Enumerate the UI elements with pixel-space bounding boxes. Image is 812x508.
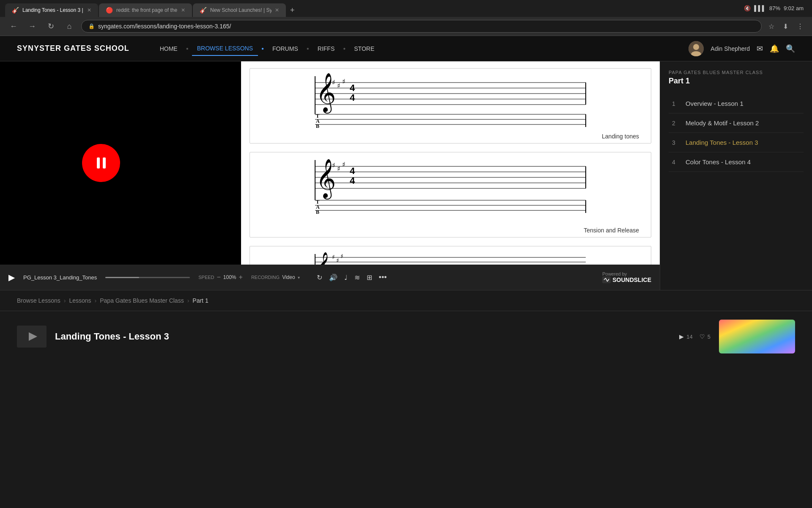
like-icon: ♡ <box>700 333 705 340</box>
browser-menu-button[interactable]: ⋮ <box>795 21 805 32</box>
site-header: SYNYSTER GATES SCHOOL HOME ● BROWSE LESS… <box>0 36 812 61</box>
powered-by-text: Powered by <box>602 271 651 276</box>
tab-favicon-3: 🎸 <box>200 7 207 14</box>
like-button[interactable]: ♡ 5 <box>700 333 710 340</box>
mail-icon[interactable]: ✉ <box>757 44 763 53</box>
lesson-list: 1 Overview - Lesson 1 2 Melody & Motif -… <box>669 94 804 172</box>
main-content: 𝄞 ♯ ♯ ♯ 4 4 <box>0 61 812 290</box>
site-logo: SYNYSTER GATES SCHOOL <box>17 44 129 53</box>
tab-favicon-2: 🔴 <box>106 7 113 14</box>
home-icon: ⌂ <box>67 22 72 31</box>
progress-fill <box>105 277 139 278</box>
lesson-num-3: 3 <box>672 139 680 146</box>
lesson-item-4[interactable]: 4 Color Tones - Lesson 4 <box>669 152 804 172</box>
loop-icon[interactable]: ↻ <box>317 273 322 282</box>
tab-close-1[interactable]: ✕ <box>87 7 91 13</box>
soundslice-player: ▶ PG_Lesson 3_Landing_Tones SPEED − 100%… <box>0 265 660 290</box>
home-button[interactable]: ⌂ <box>63 19 76 33</box>
soundslice-logo-icon <box>602 276 611 283</box>
play-pause-overlay[interactable] <box>82 144 120 182</box>
soundslice-play-button[interactable]: ▶ <box>8 272 15 282</box>
address-bar-row: ← → ↻ ⌂ 🔒 syngates.com/lessons/landing-t… <box>0 17 812 36</box>
user-avatar <box>689 41 704 56</box>
recording-control: RECORDING Video ▾ <box>251 274 300 280</box>
svg-text:4: 4 <box>350 166 355 176</box>
address-bar[interactable]: 🔒 syngates.com/lessons/landing-tones-les… <box>81 20 762 33</box>
wifi-icon: ▌▌▌ <box>754 5 766 11</box>
more-options-button[interactable]: ••• <box>379 273 387 282</box>
recording-dropdown-icon[interactable]: ▾ <box>298 275 300 280</box>
play-count-button[interactable]: ▶ 14 <box>679 333 692 340</box>
sheet-section-3: 𝄞 ♯ ♯ ♯ <box>250 246 651 265</box>
soundslice-brand: Powered by SOUNDSLICE <box>602 271 651 283</box>
back-button[interactable]: ← <box>7 19 20 33</box>
staff-notation-1: 𝄞 ♯ ♯ ♯ 4 4 <box>253 72 647 140</box>
recording-value: Video <box>282 274 295 280</box>
recording-label: RECORDING <box>251 275 280 280</box>
download-button[interactable]: ⬇ <box>781 21 790 32</box>
metronome-icon[interactable]: ♩ <box>344 273 348 282</box>
breadcrumb-sep-1: › <box>64 297 66 304</box>
breadcrumb: Browse Lessons › Lessons › Papa Gates Bl… <box>0 290 812 311</box>
tab-new-school[interactable]: 🎸 New School Launches! | Syn... ✕ <box>193 3 286 17</box>
svg-text:♯: ♯ <box>340 253 343 260</box>
sidebar-course-label: PAPA GATES BLUES MASTER CLASS <box>669 70 804 75</box>
sheet-music-content: 𝄞 ♯ ♯ ♯ 4 4 <box>241 61 660 265</box>
breadcrumb-course[interactable]: Papa Gates Blues Master Class <box>100 297 184 304</box>
nav-forums[interactable]: FORUMS <box>267 42 303 55</box>
sidebar: PAPA GATES BLUES MASTER CLASS Part 1 1 O… <box>660 61 812 290</box>
grid-icon[interactable]: ⊞ <box>367 273 372 282</box>
play-count: 14 <box>686 334 692 340</box>
tab-close-3[interactable]: ✕ <box>275 7 279 13</box>
tab-close-2[interactable]: ✕ <box>181 7 185 13</box>
forward-button[interactable]: → <box>25 19 39 33</box>
tab-label-3: New School Launches! | Syn... <box>210 7 272 13</box>
breadcrumb-sep-3: › <box>187 297 189 304</box>
lesson-footer-title: Landing Tones - Lesson 3 <box>55 331 671 342</box>
play-count-icon: ▶ <box>679 333 684 340</box>
tab-landing-tones[interactable]: 🎸 Landing Tones - Lesson 3 | S... ✕ <box>5 3 98 17</box>
lock-icon: 🔒 <box>88 23 95 29</box>
tab-reddit[interactable]: 🔴 reddit: the front page of the ... ✕ <box>99 3 192 17</box>
status-bar: 🔇 ▌▌▌ 87% 9:02 am <box>744 5 804 11</box>
player-icons: ↻ 🔊 ♩ ≋ ⊞ ••• <box>317 273 387 282</box>
lesson-item-1[interactable]: 1 Overview - Lesson 1 <box>669 94 804 113</box>
lesson-footer-actions: ▶ 14 ♡ 5 <box>679 333 710 340</box>
notification-icon[interactable]: 🔔 <box>770 44 779 53</box>
sheet-music-panel[interactable]: 𝄞 ♯ ♯ ♯ 4 4 <box>241 61 660 265</box>
svg-text:4: 4 <box>350 175 355 186</box>
sheet-section-2: 𝄞 ♯ ♯ ♯ 4 4 <box>250 152 651 237</box>
svg-text:♯: ♯ <box>336 257 339 264</box>
bookmark-icon: ☆ <box>768 23 774 30</box>
like-count: 5 <box>708 334 710 340</box>
video-player[interactable] <box>0 61 241 265</box>
breadcrumb-lessons[interactable]: Lessons <box>69 297 91 304</box>
nav-riffs[interactable]: RIFFS <box>313 42 340 55</box>
refresh-button[interactable]: ↻ <box>44 19 58 33</box>
progress-bar[interactable] <box>105 277 190 278</box>
lesson-item-2[interactable]: 2 Melody & Motif - Lesson 2 <box>669 113 804 133</box>
bookmark-button[interactable]: ☆ <box>767 21 776 32</box>
waveform-icon[interactable]: ≋ <box>354 273 360 282</box>
staff-notation-3: 𝄞 ♯ ♯ ♯ <box>253 250 647 265</box>
lesson-item-3[interactable]: 3 Landing Tones - Lesson 3 <box>669 133 804 152</box>
lesson-hero-thumbnail <box>719 320 795 353</box>
search-icon[interactable]: 🔍 <box>786 44 795 53</box>
breadcrumb-browse-lessons[interactable]: Browse Lessons <box>17 297 60 304</box>
nav-browse-lessons[interactable]: BROWSE LESSONS <box>192 41 258 56</box>
staff-notation-2: 𝄞 ♯ ♯ ♯ 4 4 <box>253 156 647 232</box>
volume-icon[interactable]: 🔊 <box>329 273 337 282</box>
nav-store[interactable]: STORE <box>349 42 379 55</box>
back-icon: ← <box>10 22 17 31</box>
svg-text:♯: ♯ <box>332 162 335 169</box>
nav-home[interactable]: HOME <box>155 42 183 55</box>
tab-label-1: Landing Tones - Lesson 3 | S... <box>22 7 84 13</box>
lesson-thumbnail <box>17 326 47 348</box>
speed-decrease-button[interactable]: − <box>217 273 221 281</box>
lesson-footer: Landing Tones - Lesson 3 ▶ 14 ♡ 5 <box>0 311 812 362</box>
new-tab-button[interactable]: + <box>287 4 298 17</box>
site-nav: HOME ● BROWSE LESSONS ● FORUMS ● RIFFS ●… <box>155 41 689 56</box>
speed-label: SPEED <box>198 275 214 280</box>
svg-point-1 <box>693 44 699 50</box>
speed-increase-button[interactable]: + <box>239 273 243 281</box>
